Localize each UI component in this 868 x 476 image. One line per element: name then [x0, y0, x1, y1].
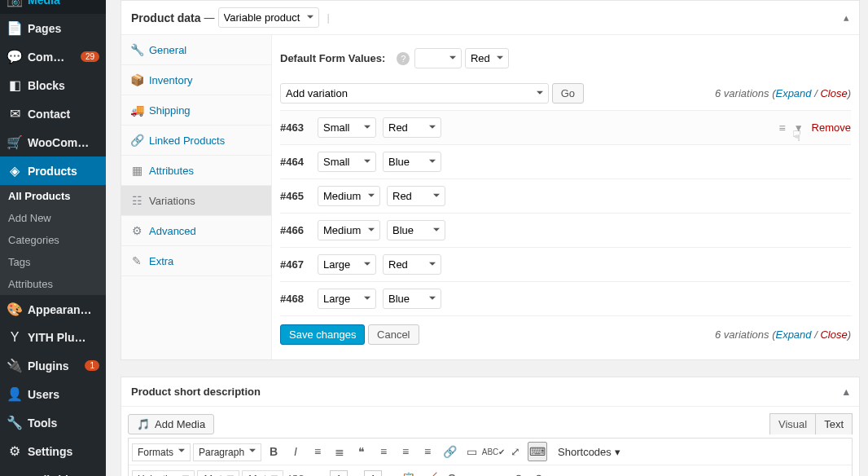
- strikethrough-button[interactable]: ABC: [286, 469, 305, 476]
- more-button[interactable]: ▭: [462, 442, 481, 461]
- sidebar-item-settings[interactable]: ⚙Settings: [0, 437, 106, 465]
- sidebar-item-comments[interactable]: 💬Comments29: [0, 42, 106, 71]
- expand-variation-icon[interactable]: ▼☟: [794, 122, 804, 134]
- paste-text-button[interactable]: 📋: [398, 469, 418, 476]
- default-attr2-select[interactable]: Red: [465, 48, 509, 68]
- variation-color-select[interactable]: Blue: [387, 220, 445, 240]
- sidebar-item-media[interactable]: 📷Media: [0, 0, 106, 14]
- sidebar-item-woocommerce[interactable]: 🛒WooCommerce: [0, 128, 106, 156]
- tab-shipping[interactable]: 🚚Shipping: [121, 95, 271, 126]
- text-color-dropdown[interactable]: ▼: [350, 469, 362, 476]
- number-list-button[interactable]: ≣: [330, 442, 349, 461]
- text-tab[interactable]: Text: [815, 413, 853, 434]
- submenu-item-add-new[interactable]: Add New: [0, 207, 106, 229]
- save-changes-button[interactable]: Save changes: [280, 324, 365, 345]
- close-link-bottom[interactable]: Close: [820, 328, 847, 341]
- main-content: Product data — Variable product | ▴ 🔧Gen…: [106, 0, 868, 476]
- expand-link[interactable]: Expand: [775, 87, 811, 99]
- tab-advanced[interactable]: ⚙Advanced: [121, 216, 271, 246]
- sidebar-item-mailchimp-for-wp[interactable]: ✉MailChimp for WP: [0, 465, 106, 476]
- add-media-button[interactable]: 🎵 Add Media: [128, 414, 214, 434]
- cancel-button[interactable]: Cancel: [368, 324, 419, 345]
- variation-size-select[interactable]: Small: [318, 152, 376, 172]
- align-left-button[interactable]: ≡: [374, 442, 393, 461]
- clear-format-button[interactable]: 🧹: [420, 469, 440, 476]
- bullet-list-button[interactable]: ≡: [308, 442, 327, 461]
- formats-select[interactable]: Formats: [132, 443, 191, 461]
- sidebar-item-appearance[interactable]: 🎨Appearance: [0, 295, 106, 324]
- redo-button[interactable]: ↷: [530, 469, 550, 476]
- spellcheck-button[interactable]: ABC✔: [484, 442, 503, 461]
- variation-color-select[interactable]: Red: [383, 117, 441, 138]
- drag-handle-icon[interactable]: ≡: [779, 121, 786, 134]
- font-size2-select[interactable]: 11pt: [242, 470, 283, 477]
- font-family-select[interactable]: Helvetica: [132, 470, 195, 477]
- bold-button[interactable]: B: [264, 442, 283, 461]
- font-size-select[interactable]: 11pt: [197, 470, 239, 477]
- remove-variation-link[interactable]: Remove: [812, 121, 851, 134]
- undo-button[interactable]: ↶: [508, 469, 528, 476]
- close-link[interactable]: Close: [820, 87, 847, 99]
- tab-linked-products[interactable]: 🔗Linked Products: [121, 126, 271, 156]
- tab-variations[interactable]: ☷Variations: [121, 186, 271, 216]
- variation-action-select[interactable]: Add variation: [280, 83, 549, 104]
- variation-row[interactable]: #465MediumRed≡▼☟Remove: [280, 179, 851, 214]
- tab-inventory[interactable]: 📦Inventory: [121, 65, 271, 95]
- visual-tab[interactable]: Visual: [769, 413, 815, 434]
- product-type-select[interactable]: Variable product: [218, 7, 319, 28]
- variation-size-select[interactable]: Medium: [318, 220, 380, 240]
- variation-color-select[interactable]: Red: [387, 186, 445, 206]
- tab-attributes[interactable]: ▦Attributes: [121, 156, 271, 186]
- sidebar-item-contact[interactable]: ✉Contact: [0, 99, 106, 128]
- default-form-values-row: Default Form Values: ? Red: [280, 42, 851, 75]
- go-button[interactable]: Go: [552, 83, 584, 104]
- bg-color-button[interactable]: A: [364, 470, 382, 476]
- link-button[interactable]: 🔗: [440, 442, 459, 461]
- outdent-button[interactable]: ⇤: [464, 469, 484, 476]
- collapse-icon[interactable]: ▴: [844, 11, 849, 24]
- align-right-button[interactable]: ≡: [418, 442, 437, 461]
- sidebar-item-blocks[interactable]: ◧Blocks: [0, 71, 106, 99]
- submenu-item-categories[interactable]: Categories: [0, 229, 106, 251]
- sidebar-item-plugins[interactable]: 🔌Plugins1: [0, 351, 106, 380]
- sidebar-item-pages[interactable]: 📄Pages: [0, 14, 106, 42]
- variation-row[interactable]: #463SmallRed≡▼☟Remove: [280, 111, 851, 145]
- tab-extra[interactable]: ✎Extra: [121, 246, 271, 276]
- variation-size-select[interactable]: Medium: [318, 186, 380, 206]
- variation-size-select[interactable]: Large: [318, 289, 376, 309]
- submenu-item-attributes[interactable]: Attributes: [0, 273, 106, 295]
- variation-size-select[interactable]: Small: [318, 117, 376, 138]
- align-center-button[interactable]: ≡: [396, 442, 415, 461]
- bg-color-dropdown[interactable]: ▼: [384, 469, 396, 476]
- italic-button[interactable]: I: [286, 442, 305, 461]
- submenu-item-tags[interactable]: Tags: [0, 251, 106, 273]
- sidebar-item-tools[interactable]: 🔧Tools: [0, 408, 106, 437]
- sidebar-item-yith-plugins[interactable]: YYITH Plugins: [0, 324, 106, 351]
- tab-general[interactable]: 🔧General: [121, 35, 271, 65]
- toolbar-toggle-button[interactable]: ⌨: [528, 442, 547, 461]
- default-attr1-select[interactable]: [414, 48, 462, 68]
- sidebar-item-products[interactable]: ◈Products: [0, 156, 106, 185]
- variation-row[interactable]: #467LargeRed≡▼☟Remove: [280, 248, 851, 282]
- variation-color-select[interactable]: Red: [383, 254, 441, 275]
- collapse-icon[interactable]: ▴: [844, 386, 849, 398]
- hr-button[interactable]: —: [308, 469, 327, 476]
- text-color-button[interactable]: A: [330, 470, 348, 476]
- menu-label: Tools: [28, 416, 93, 430]
- fullscreen-button[interactable]: ⤢: [506, 442, 525, 461]
- expand-link-bottom[interactable]: Expand: [775, 328, 811, 341]
- shortcodes-dropdown[interactable]: Shortcodes ▾: [558, 446, 620, 458]
- indent-button[interactable]: ⇥: [486, 469, 506, 476]
- help-icon[interactable]: ?: [397, 52, 410, 65]
- variation-row[interactable]: #468LargeBlue≡▼☟Remove: [280, 282, 851, 316]
- submenu-item-all-products[interactable]: All Products: [0, 185, 106, 207]
- variation-row[interactable]: #464SmallBlue≡▼☟Remove: [280, 145, 851, 179]
- variation-color-select[interactable]: Blue: [383, 289, 441, 309]
- paragraph-select[interactable]: Paragraph: [193, 443, 261, 461]
- variation-size-select[interactable]: Large: [318, 254, 376, 275]
- blockquote-button[interactable]: ❝: [352, 442, 371, 461]
- variation-row[interactable]: #466MediumBlue≡▼☟Remove: [280, 214, 851, 248]
- variation-color-select[interactable]: Blue: [383, 152, 441, 172]
- sidebar-item-users[interactable]: 👤Users: [0, 380, 106, 408]
- special-char-button[interactable]: Ω: [442, 469, 462, 476]
